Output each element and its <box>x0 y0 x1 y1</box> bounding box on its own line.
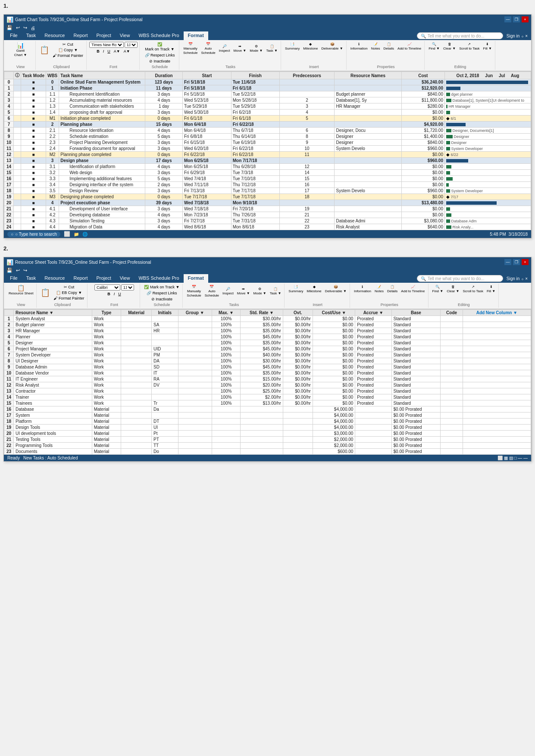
signin-1[interactable]: Sign in <box>507 34 520 38</box>
information-btn-1[interactable]: ℹInformation <box>349 42 369 51</box>
tab-file-2[interactable]: File <box>6 274 22 283</box>
move-btn-2[interactable]: ➡Move ▼ <box>236 287 251 296</box>
tab-view-1[interactable]: View <box>116 31 135 40</box>
summary-btn-2[interactable]: 📑Summary <box>287 284 304 294</box>
qs-save-1[interactable]: 💾 <box>6 25 13 31</box>
cut-btn-2[interactable]: ✂ Cut <box>52 284 85 290</box>
underline-btn-1[interactable]: U <box>106 49 112 54</box>
copy-btn-1[interactable]: 📋 Copy ▼ <box>51 47 84 53</box>
restore-btn-1[interactable]: ❐ <box>513 16 520 22</box>
format-painter-btn-1[interactable]: 🖌 Format Painter <box>51 53 84 58</box>
gantt-chart-btn-1[interactable]: 📊 Gantt Chart ▼ <box>13 42 28 57</box>
row-type: Work <box>92 400 121 406</box>
font-family-select-2[interactable]: Calibri <box>94 284 120 291</box>
move-btn-1[interactable]: ➡Move ▼ <box>232 44 248 53</box>
mode-btn-1[interactable]: ⚙Mode ▼ <box>248 44 264 53</box>
font-color-btn-1[interactable]: A▼ <box>113 49 122 54</box>
inspect-btn-2[interactable]: 🔎Inspect <box>221 287 235 296</box>
find-btn-1[interactable]: 🔍Find ▼ <box>427 42 441 51</box>
qs-print-1[interactable]: 🖨 <box>30 25 36 31</box>
respect-links-btn-1[interactable]: 🔗 Respect Links <box>144 53 176 58</box>
tab-project-2[interactable]: Project <box>92 274 115 283</box>
format-painter-btn-2[interactable]: 🖌 Format Painter <box>52 296 85 301</box>
task-btn-1[interactable]: 📋Task ▼ <box>265 44 279 53</box>
tab-report-2[interactable]: Report <box>69 274 92 283</box>
close-btn-1[interactable]: × <box>522 16 529 22</box>
tab-format-1[interactable]: Format <box>184 31 208 40</box>
tab-file-1[interactable]: File <box>6 31 22 40</box>
deliverable-btn-2[interactable]: 📦Deliverable ▼ <box>324 284 348 294</box>
tab-wbs-2[interactable]: WBS Schedule Pro <box>134 274 183 283</box>
bold-btn-1[interactable]: B <box>95 49 101 54</box>
italic-btn-1[interactable]: I <box>102 49 106 54</box>
tab-format-2[interactable]: Format <box>184 274 208 283</box>
inspect-btn-1[interactable]: 🔎Inspect <box>218 44 232 53</box>
information-btn-2[interactable]: ℹInformation <box>353 284 372 294</box>
italic-btn-2[interactable]: I <box>113 291 116 297</box>
tab-report-1[interactable]: Report <box>69 31 92 40</box>
manually-btn-2[interactable]: 📅ManuallySchedule <box>185 284 202 298</box>
restore-btn-2[interactable]: ❐ <box>513 259 520 265</box>
font-family-select-1[interactable]: Times New Ro <box>89 42 124 48</box>
milestone-btn-1[interactable]: ◆Milestone <box>302 42 319 51</box>
mode-btn-2[interactable]: ⚙Mode ▼ <box>252 287 268 296</box>
mark-track-btn-1[interactable]: ✅Mark on Track ▼ <box>144 42 175 52</box>
task-btn-2[interactable]: 📋Task ▼ <box>269 287 283 296</box>
tab-view-2[interactable]: View <box>116 274 135 283</box>
manually-schedule-btn-1[interactable]: 📅ManuallySchedule <box>182 42 199 55</box>
respect-links-btn-2[interactable]: 🔗 Respect Links <box>145 291 178 296</box>
inactivate-btn-2[interactable]: ⊘ Inactivate <box>150 297 174 302</box>
inactivate-btn-1[interactable]: ⊘ Inactivate <box>148 59 172 64</box>
fill-btn-1[interactable]: ⬇Fill ▼ <box>482 42 493 51</box>
qs-redo-2[interactable]: ↪ <box>22 267 28 274</box>
minimize-btn-2[interactable]: — <box>504 259 511 265</box>
bg-color-btn-1[interactable]: A▼ <box>122 49 131 54</box>
search-box-1[interactable]: ○ ○ Type here to search <box>7 231 60 237</box>
qs-undo-2[interactable]: ↩ <box>15 267 21 274</box>
clear-btn-2[interactable]: 🗑Clear ▼ <box>445 284 460 294</box>
deliverable-btn-1[interactable]: 📦Deliverable ▼ <box>320 42 344 51</box>
paste-btn-1[interactable]: 📋 <box>38 45 50 55</box>
auto-btn-2[interactable]: 📅AutoSchedule <box>203 284 220 298</box>
signin-2[interactable]: Sign in <box>507 276 520 281</box>
add-timeline-btn-2[interactable]: 📈Add to Timeline <box>400 284 426 294</box>
tell-me-1[interactable]: Tell me what you want to do... <box>428 34 485 38</box>
bold-btn-2[interactable]: B <box>106 291 112 297</box>
notes-btn-2[interactable]: 📝Notes <box>373 284 385 294</box>
qs-save-2[interactable]: 💾 <box>6 267 13 274</box>
tab-wbs-1[interactable]: WBS Schedule Pro <box>134 31 183 40</box>
tab-project-1[interactable]: Project <box>92 31 115 40</box>
tab-resource-1[interactable]: Resource <box>40 31 69 40</box>
scroll-btn-2[interactable]: ↗Scroll to Task <box>461 284 484 294</box>
summary-btn-1[interactable]: 📑Summary <box>284 42 301 51</box>
row-base: $0.00 Prorated <box>391 443 441 449</box>
cut-btn-1[interactable]: ✂ Cut <box>51 42 84 47</box>
resource-sheet-btn-2[interactable]: 📋 Resource Sheet <box>7 284 34 296</box>
find-btn-2[interactable]: 🔍Find ▼ <box>431 284 445 294</box>
minimize-btn-1[interactable]: — <box>504 16 511 22</box>
font-size-select-2[interactable]: 11 <box>121 284 134 291</box>
font-size-select-1[interactable]: 11 <box>125 42 138 48</box>
clear-btn-1[interactable]: 🗑Clear ▼ <box>442 42 457 51</box>
tab-task-1[interactable]: Task <box>22 31 41 40</box>
add-timeline-btn-1[interactable]: 📈Add to Timeline <box>396 42 422 51</box>
tab-task-2[interactable]: Task <box>22 274 41 283</box>
milestone-btn-2[interactable]: ◆Milestone <box>306 284 323 294</box>
paste-btn-2[interactable]: 📋 <box>39 287 51 298</box>
mark-track-btn-2[interactable]: ✅ Mark on Track ▼ <box>143 284 181 290</box>
copy-btn-2[interactable]: 📋 EB Copy ▼ <box>52 290 85 295</box>
tab-resource-2[interactable]: Resource <box>40 274 69 283</box>
fill-btn-2[interactable]: ⬇Fill ▼ <box>485 284 497 294</box>
qs-undo-1[interactable]: ↩ <box>15 25 21 31</box>
qs-redo-1[interactable]: ↪ <box>22 25 28 31</box>
row-add-col <box>463 364 531 370</box>
close-btn-2[interactable]: × <box>522 259 529 265</box>
details-btn-1[interactable]: 📋Details <box>382 42 395 51</box>
row-duration: 3 days <box>145 206 183 212</box>
auto-schedule-btn-1[interactable]: 📅AutoSchedule <box>200 42 216 55</box>
notes-btn-1[interactable]: 📝Notes <box>370 42 382 51</box>
tell-me-2[interactable]: Tell me what you want to do... <box>428 276 485 281</box>
scroll-to-task-btn-1[interactable]: ↗Scroll to Task <box>458 42 481 51</box>
details-btn-2[interactable]: 📋Details <box>386 284 399 294</box>
underline-btn-2[interactable]: U <box>117 291 122 297</box>
